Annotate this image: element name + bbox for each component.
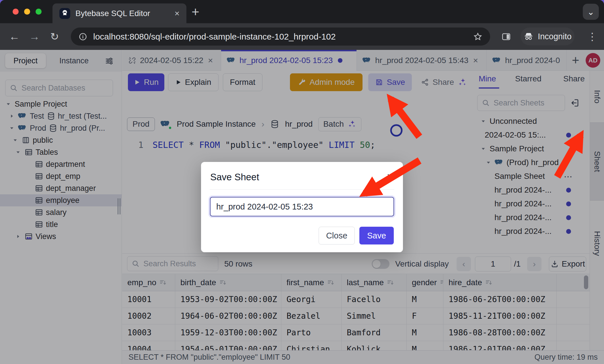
browser-chrome: Bytebase SQL Editor × + ⌄ ← → ↻ localhos… (0, 0, 604, 50)
browser-tab-strip: Bytebase SQL Editor × + ⌄ (0, 0, 604, 23)
bytebase-favicon-icon (59, 8, 70, 19)
forward-button[interactable]: → (28, 23, 41, 50)
address-bar[interactable]: localhost:8080/sql-editor/prod-sample-in… (71, 28, 490, 46)
incognito-icon (523, 31, 534, 42)
window-minimize-button[interactable] (24, 9, 30, 15)
bookmark-star-icon[interactable] (473, 32, 483, 42)
reload-button[interactable]: ↻ (48, 23, 61, 50)
browser-tab[interactable]: Bytebase SQL Editor × (52, 3, 186, 23)
side-panel-icon[interactable] (499, 23, 513, 50)
browser-navbar: ← → ↻ localhost:8080/sql-editor/prod-sam… (0, 23, 604, 50)
dialog-divider (210, 189, 394, 190)
tab-close-icon[interactable]: × (174, 9, 180, 18)
dialog-save-button[interactable]: Save (359, 227, 394, 244)
browser-tab-title: Bytebase SQL Editor (75, 9, 169, 18)
url-text: localhost:8080/sql-editor/prod-sample-in… (93, 32, 467, 42)
dialog-close-button[interactable]: Close (319, 227, 355, 244)
sheet-name-input[interactable] (210, 197, 394, 216)
dialog-close-icon[interactable]: × (387, 171, 393, 183)
tab-search-chevron-button[interactable]: ⌄ (583, 4, 599, 20)
back-button[interactable]: ← (7, 23, 21, 50)
save-sheet-dialog: Save Sheet × Close Save (201, 162, 403, 252)
incognito-label: Incognito (538, 32, 572, 41)
site-info-icon[interactable] (78, 32, 87, 41)
screenshot-root: Bytebase SQL Editor × + ⌄ ← → ↻ localhos… (0, 0, 604, 364)
window-zoom-button[interactable] (36, 9, 42, 15)
window-close-button[interactable] (13, 9, 19, 15)
dialog-title: Save Sheet (210, 172, 259, 183)
incognito-badge: Incognito (521, 28, 574, 45)
new-tab-button[interactable]: + (192, 4, 199, 19)
browser-menu-kebab-icon[interactable]: ⋮ (585, 23, 599, 50)
